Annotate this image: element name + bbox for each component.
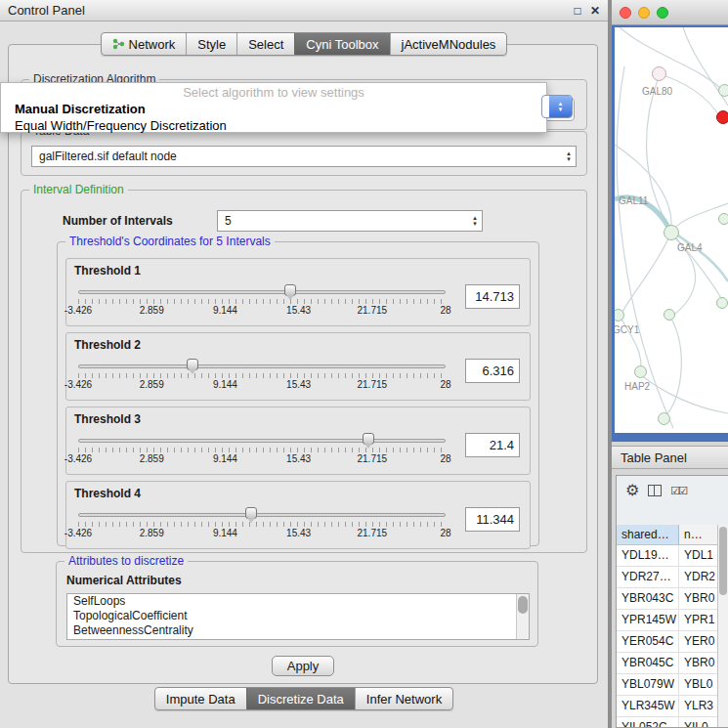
table-row[interactable]: YIL052CYIL0 [617, 717, 717, 727]
gear-icon[interactable]: ⚙ [625, 483, 639, 498]
threshold-value-field[interactable]: 11.344 [465, 507, 520, 532]
cell[interactable]: YDR27… [617, 567, 679, 587]
list-item[interactable]: SelfLoops [67, 594, 529, 609]
zoom-traffic-light[interactable] [657, 7, 668, 19]
table-row[interactable]: YLR345WYLR3 [617, 696, 717, 717]
cell[interactable]: YER0 [679, 631, 717, 652]
cell[interactable]: YBL079W [617, 674, 679, 695]
scrollbar-thumb[interactable] [719, 527, 727, 595]
table-panel: ⚙ ☑☑ shared… n… YDL19…YDL1 YDR27…YDR2 YB… [616, 475, 728, 728]
tab-impute-data[interactable]: Impute Data [155, 688, 246, 709]
slider-track[interactable] [78, 364, 446, 368]
cell[interactable]: YDR2 [679, 567, 717, 587]
table-row[interactable]: YBR045CYBR0 [617, 653, 717, 674]
column-header-name[interactable]: n… [679, 525, 717, 544]
attributes-list[interactable]: SelfLoops TopologicalCoefficient Between… [66, 593, 530, 640]
network-node[interactable] [664, 225, 679, 240]
slider-track[interactable] [78, 290, 446, 294]
cell[interactable]: YBR045C [617, 653, 679, 673]
cell[interactable]: YDL19… [617, 545, 679, 566]
tab-network[interactable]: Network [102, 33, 187, 55]
table-row[interactable]: YDL19…YDL1 [617, 545, 717, 567]
scrollbar-thumb[interactable] [518, 596, 528, 614]
cell[interactable]: YER054C [617, 631, 679, 652]
threshold-value-field[interactable]: 21.4 [465, 433, 520, 457]
table-row[interactable]: YBR043CYBR0 [617, 588, 717, 610]
number-of-intervals-label: Number of Intervals [63, 214, 173, 228]
threshold-value-field[interactable]: 6.316 [465, 359, 520, 383]
network-node[interactable] [652, 66, 666, 81]
slider-thumb[interactable] [187, 359, 198, 370]
cell[interactable]: YPR1 [679, 610, 717, 630]
slider-track[interactable] [78, 513, 446, 517]
table-data-combo[interactable]: galFiltered.sif default node ▴▾ [31, 146, 577, 167]
tab-discretize-data[interactable]: Discretize Data [246, 688, 355, 709]
network-node[interactable] [718, 213, 728, 225]
table-row[interactable]: YPR145WYPR1 [617, 610, 717, 631]
slider-thumb[interactable] [284, 284, 296, 296]
cell[interactable]: YBR0 [679, 588, 717, 609]
combo-arrows-icon[interactable]: ▴▾ [562, 150, 576, 162]
combo-arrows-icon[interactable]: ▴▾ [468, 215, 482, 227]
popup-item-manual-discretization[interactable]: Manual Discretization [1, 101, 546, 117]
threshold-slider[interactable]: -3.426 2.859 9.144 15.43 21.715 28 [78, 431, 446, 470]
network-node-red[interactable] [716, 110, 728, 124]
column-header-shared-name[interactable]: shared… [617, 525, 679, 544]
network-node[interactable] [664, 309, 675, 321]
slider-thumb[interactable] [245, 507, 257, 519]
cell[interactable]: YIL0 [679, 717, 717, 727]
table-row[interactable]: YER054CYER0 [617, 631, 717, 653]
tab-jactivemnodules[interactable]: jActiveMNodules [390, 33, 507, 55]
threshold-box: Threshold 2 -3.426 2.859 9.144 15.43 21.… [65, 332, 531, 401]
attributes-scrollbar[interactable] [516, 594, 529, 639]
slider-scale: -3.426 2.859 9.144 15.43 21.715 28 [78, 379, 446, 391]
columns-icon[interactable] [648, 485, 662, 496]
tab-select[interactable]: Select [236, 33, 294, 55]
algorithm-popup: Select algorithm to view settings Manual… [0, 82, 547, 133]
table-row[interactable]: YDR27…YDR2 [617, 567, 717, 588]
cell[interactable]: YBR0 [679, 653, 717, 673]
threshold-slider[interactable]: -3.426 2.859 9.144 15.43 21.715 28 [78, 505, 446, 544]
algorithm-combo-button[interactable]: ▲▼ [541, 95, 573, 118]
scale-label: 9.144 [213, 453, 237, 464]
popup-item-equal-width-frequency[interactable]: Equal Width/Frequency Discretization [1, 117, 546, 134]
cell[interactable]: YIL052C [617, 717, 679, 727]
threshold-slider[interactable]: -3.426 2.859 9.144 15.43 21.715 28 [78, 357, 446, 396]
table-row[interactable]: YBL079WYBL0 [617, 674, 717, 696]
slider-thumb[interactable] [363, 433, 374, 445]
network-canvas[interactable]: GAL80 GAL11 GAL4 GCY1 HAP2 [615, 27, 728, 433]
network-node[interactable] [716, 297, 728, 309]
node-table[interactable]: shared… n… YDL19…YDL1 YDR27…YDR2 YBR043C… [617, 525, 717, 727]
tab-infer-network[interactable]: Infer Network [355, 688, 452, 709]
control-panel: Control Panel □ ✕ Discretization Algorit… [0, 0, 608, 728]
select-checkbox-icon[interactable]: ☑☑ [670, 485, 686, 497]
cell[interactable]: YDL1 [679, 545, 717, 566]
cell[interactable]: YLR345W [617, 696, 679, 716]
threshold-slider[interactable]: -3.426 2.859 9.144 15.43 21.715 28 [78, 282, 446, 321]
cell[interactable]: YPR145W [617, 610, 679, 630]
cell[interactable]: YLR3 [679, 696, 717, 716]
node-label: GAL4 [677, 242, 703, 253]
network-node[interactable] [718, 84, 728, 97]
threshold-value-field[interactable]: 14.713 [465, 284, 520, 309]
close-traffic-light[interactable] [620, 7, 631, 19]
apply-button[interactable]: Apply [272, 656, 334, 676]
network-node[interactable] [658, 412, 670, 425]
list-item[interactable]: TopologicalCoefficient [67, 609, 529, 623]
cell[interactable]: YBR043C [617, 588, 679, 609]
table-scrollbar[interactable] [717, 525, 728, 727]
node-label: GAL11 [619, 195, 648, 206]
tab-cyni-toolbox[interactable]: Cyni Toolbox [294, 33, 389, 55]
network-node[interactable] [634, 365, 647, 378]
node-label: GCY1 [615, 324, 639, 335]
number-of-intervals-combo[interactable]: 5 ▴▾ [217, 210, 483, 232]
slider-track[interactable] [78, 439, 446, 443]
cell[interactable]: YBL0 [679, 674, 717, 695]
tab-style[interactable]: Style [186, 33, 236, 55]
scale-label: 9.144 [213, 379, 237, 390]
slider-scale: -3.426 2.859 9.144 15.43 21.715 28 [78, 528, 446, 539]
float-button[interactable]: □ [569, 4, 586, 18]
close-button[interactable]: ✕ [586, 4, 604, 18]
list-item[interactable]: BetweennessCentrality [67, 623, 529, 638]
minimize-traffic-light[interactable] [638, 7, 650, 19]
